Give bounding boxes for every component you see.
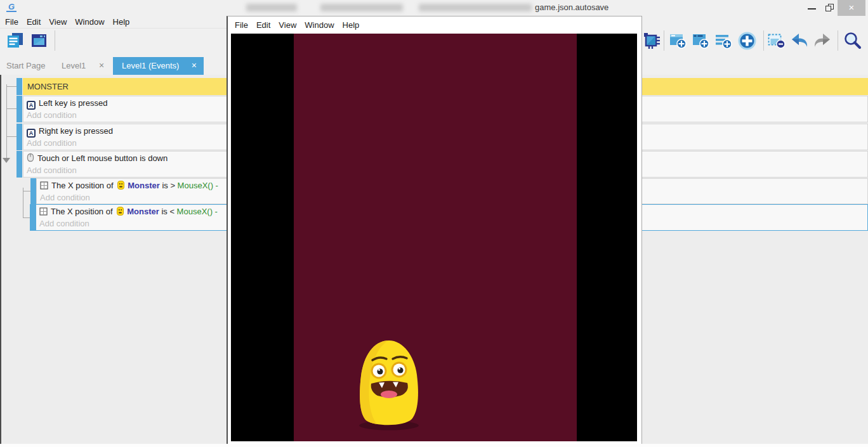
bug-icon xyxy=(642,31,661,50)
blurred-title-segment xyxy=(246,4,297,11)
expand-collapse-arrow[interactable] xyxy=(3,158,10,163)
scene-window-icon xyxy=(30,31,49,50)
mouse-icon xyxy=(27,153,34,162)
tab-label: Level1 (Events) xyxy=(122,57,179,75)
menu-view[interactable]: View xyxy=(49,16,67,28)
tab-level1-close-icon[interactable]: × xyxy=(99,57,104,75)
menu-file[interactable]: File xyxy=(5,16,18,28)
add-sub-event-glyph xyxy=(692,31,711,50)
condition-text: The X position of xyxy=(51,207,113,216)
condition-text: Touch or Left mouse button is down xyxy=(37,153,168,163)
event-handle-bar xyxy=(16,96,22,122)
keyboard-key-icon: A xyxy=(27,129,36,138)
events-sheet-icon xyxy=(6,31,25,50)
toolbar-separator xyxy=(763,30,764,51)
tree-line xyxy=(6,136,16,137)
tree-line xyxy=(6,86,16,87)
add-event-glyph xyxy=(669,31,688,50)
add-comment-glyph xyxy=(714,31,733,50)
restore-icon xyxy=(825,4,834,12)
event-handle-bar xyxy=(16,78,22,95)
object-name: Monster xyxy=(128,181,160,190)
toolbar-separator xyxy=(55,30,55,51)
position-icon xyxy=(39,207,48,216)
condition-text: Left key is pressed xyxy=(39,98,107,108)
main-menu-bar: File Edit View Window Help xyxy=(0,16,227,28)
preview-menu-window[interactable]: Window xyxy=(305,18,334,33)
application-window: G game.json.autosave × File Edit View Wi… xyxy=(0,0,868,447)
preview-menu-help[interactable]: Help xyxy=(343,18,360,33)
event-handle-bar xyxy=(16,151,22,178)
toolbar-separator xyxy=(664,30,664,51)
tab-level1-events[interactable]: Level1 (Events) × xyxy=(113,57,204,75)
tree-line xyxy=(6,84,7,158)
menu-divider xyxy=(0,28,227,29)
position-icon xyxy=(40,181,48,190)
blurred-title-segment xyxy=(419,4,532,11)
debugger-icon[interactable] xyxy=(642,31,661,50)
keyboard-key-icon: A xyxy=(27,101,36,110)
window-bottom-edge xyxy=(0,444,868,447)
monster-thumbnail-icon xyxy=(117,207,124,216)
add-event-icon[interactable] xyxy=(669,31,688,50)
undo-arrow-glyph xyxy=(790,31,809,50)
window-title: game.json.autosave xyxy=(535,3,608,12)
tree-line xyxy=(6,108,16,109)
add-sub-event-icon[interactable] xyxy=(692,31,711,50)
open-events-editor-icon[interactable] xyxy=(6,31,25,50)
monster-sprite xyxy=(356,339,422,432)
menu-help[interactable]: Help xyxy=(113,16,130,28)
add-circle-glyph xyxy=(737,30,758,51)
close-button[interactable]: × xyxy=(838,0,865,16)
magnifier-glyph xyxy=(843,31,862,50)
expression: MouseX() - xyxy=(177,207,218,216)
blurred-title-segment xyxy=(320,4,403,11)
condition-text: is xyxy=(161,207,167,216)
redo-arrow-glyph xyxy=(813,31,832,50)
tree-line xyxy=(23,188,23,217)
event-handle-bar xyxy=(30,205,36,230)
condition-text: is xyxy=(162,181,168,190)
tab-level1[interactable]: Level1 xyxy=(62,57,86,75)
condition-text: The X position of xyxy=(51,181,114,190)
event-handle-bar xyxy=(16,124,22,150)
preview-menu-bar: File Edit View Window Help xyxy=(228,18,641,33)
open-scene-editor-icon[interactable] xyxy=(30,31,49,50)
undo-icon[interactable] xyxy=(790,31,809,50)
preview-menu-file[interactable]: File xyxy=(235,18,248,33)
add-comment-icon[interactable] xyxy=(714,31,733,50)
redo-icon[interactable] xyxy=(813,31,832,50)
condition-text: Right key is pressed xyxy=(39,126,113,136)
menu-edit[interactable]: Edit xyxy=(27,16,41,28)
operator: > xyxy=(170,181,175,190)
add-other-event-icon[interactable] xyxy=(737,30,758,51)
tree-line xyxy=(23,191,30,191)
operator: < xyxy=(169,207,174,216)
minimize-icon xyxy=(808,8,816,10)
restore-button[interactable] xyxy=(822,0,838,16)
delete-event-glyph xyxy=(767,31,786,50)
panel-left-edge xyxy=(0,75,1,444)
menu-window[interactable]: Window xyxy=(75,16,104,28)
search-icon[interactable] xyxy=(843,31,862,50)
game-stage-background xyxy=(294,34,577,441)
preview-menu-view[interactable]: View xyxy=(279,18,296,33)
gdevelop-logo-icon: G xyxy=(6,2,16,12)
game-canvas[interactable] xyxy=(231,34,637,441)
tab-level1-events-close-icon[interactable]: × xyxy=(192,57,197,75)
event-handle-bar xyxy=(30,178,36,204)
object-name: Monster xyxy=(127,207,159,216)
toolbar-separator xyxy=(838,30,838,51)
delete-selection-icon[interactable] xyxy=(767,31,786,50)
preview-menu-edit[interactable]: Edit xyxy=(256,18,270,33)
preview-window: File Edit View Window Help xyxy=(227,16,642,444)
expression: MouseX() - xyxy=(178,181,218,190)
tab-start-page[interactable]: Start Page xyxy=(6,57,45,75)
title-bar: G game.json.autosave × xyxy=(0,0,868,16)
minimize-button[interactable] xyxy=(803,0,820,16)
monster-thumbnail-icon xyxy=(117,181,124,190)
